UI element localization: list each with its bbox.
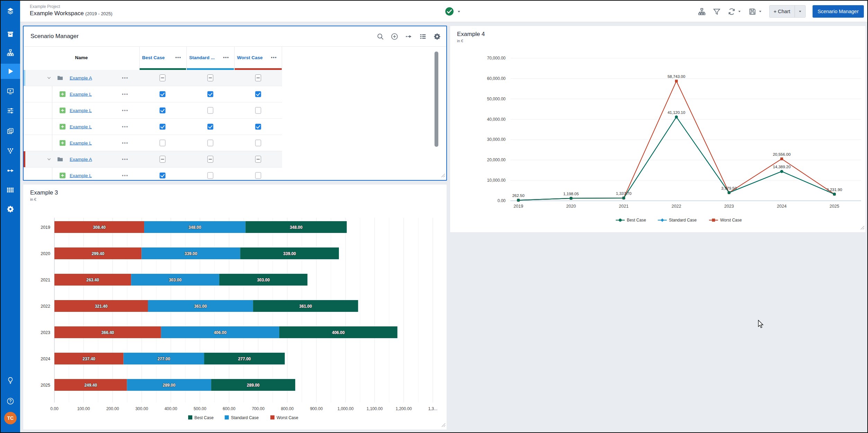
sidebar-item-gear[interactable] [1,201,20,217]
sidebar-item-lightbulb[interactable] [1,373,20,388]
legend-item[interactable]: Best Case [188,415,214,420]
scenario-checkbox-unchecked[interactable] [255,172,261,179]
table-body: Example A•••Example L•••Example L•••Exam… [24,70,446,180]
row-menu-button[interactable]: ••• [122,173,129,178]
sidebar-item-flow-arrow[interactable] [1,163,20,178]
scenario-checkbox-indeterminate[interactable] [255,74,261,81]
column-header-name[interactable]: Name [24,47,139,68]
scenario-checkbox-unchecked[interactable] [208,140,213,146]
svg-text:1,200.00: 1,200.00 [396,406,412,411]
gear-icon [433,33,441,40]
legend-item[interactable]: Worst Case [270,415,298,420]
sitemap-button[interactable] [698,8,706,16]
caret-down-icon[interactable] [795,9,805,13]
application-window: TC Example Project Example Workspace (20… [0,0,868,433]
row-name-link[interactable]: Example L [70,124,92,129]
scenario-checkbox-checked[interactable] [160,108,166,114]
sidebar-item-question[interactable] [1,394,20,409]
row-name-link[interactable]: Example L [70,141,92,146]
row-name-link[interactable]: Example L [70,173,92,178]
add-chart-label[interactable]: + Chart [770,9,795,14]
row-menu-button[interactable]: ••• [122,141,129,145]
row-menu-button[interactable]: ••• [122,75,129,80]
chevron-down-icon[interactable] [46,75,52,81]
sidebar-item-grid[interactable] [1,182,20,198]
scenario-checkbox-unchecked[interactable] [255,107,261,114]
sidebar-item-network[interactable] [1,143,20,159]
copy-icon [7,127,14,135]
svg-text:Worst Case: Worst Case [277,415,298,420]
caret-down-icon[interactable] [737,9,742,13]
vertical-scrollbar[interactable] [435,52,438,147]
scenario-checkbox-unchecked[interactable] [160,140,166,146]
user-avatar[interactable]: TC [4,412,17,424]
column-menu-button[interactable]: ••• [175,55,181,60]
legend-item[interactable]: Standard Case [658,218,696,223]
table-row-group: Example A••• [24,70,282,86]
sidebar-item-copy[interactable] [1,124,20,139]
legend-item[interactable]: Worst Case [709,218,742,223]
scenario-checkbox-checked[interactable] [255,91,261,97]
resize-grip-icon[interactable] [860,225,865,231]
scenario-checkbox-checked[interactable] [255,124,261,130]
caret-down-icon[interactable] [457,9,461,14]
column-header-scenario[interactable]: Worst Case [237,55,263,60]
svg-text:60,000.00: 60,000.00 [487,76,506,81]
scenario-checkbox-checked[interactable] [160,173,166,179]
legend-item[interactable]: Standard Case [225,415,258,420]
scenario-checkbox-checked[interactable] [208,91,213,97]
scenario-checkbox-checked[interactable] [160,91,166,97]
scenario-checkbox-unchecked[interactable] [208,107,213,114]
scenario-checkbox-indeterminate[interactable] [255,156,261,163]
svg-text:600.00: 600.00 [223,406,236,411]
resize-grip-icon[interactable] [441,173,445,179]
refresh-button[interactable] [728,8,742,16]
scenario-checkbox-unchecked[interactable] [255,140,261,146]
scenario-manager-button[interactable]: Scenario Manager [813,5,864,18]
arrow-right-button[interactable] [405,33,412,40]
row-name-link[interactable]: Example A [70,157,92,162]
sidebar-item-archive[interactable] [1,27,20,42]
column-menu-button[interactable]: ••• [271,55,277,60]
filter-button[interactable] [713,8,721,16]
scenario-checkbox-checked[interactable] [208,124,213,130]
scenario-checkbox-indeterminate[interactable] [208,156,213,163]
sidebar-item-sitemap[interactable] [1,45,20,60]
plus-square-icon[interactable] [60,140,65,146]
column-header-scenario[interactable]: Best Case [142,55,165,60]
chevron-down-icon[interactable] [46,157,52,162]
row-name-link[interactable]: Example A [70,75,92,81]
save-icon [748,8,756,16]
row-name-link[interactable]: Example L [70,108,92,113]
scenario-checkbox-indeterminate[interactable] [160,74,166,81]
plus-square-icon[interactable] [60,108,65,114]
plus-circle-button[interactable] [391,33,398,40]
row-menu-button[interactable]: ••• [122,124,129,129]
search-button[interactable] [377,33,384,40]
scenario-checkbox-checked[interactable] [160,124,166,130]
caret-down-icon[interactable] [758,9,762,13]
row-menu-button[interactable]: ••• [122,92,129,97]
scenario-checkbox-indeterminate[interactable] [160,156,166,163]
plus-square-icon[interactable] [60,124,65,130]
sidebar-item-sliders[interactable] [1,103,20,118]
add-chart-button[interactable]: + Chart [769,5,806,18]
save-button[interactable] [748,8,762,16]
sidebar-item-layers[interactable] [1,3,20,19]
list-details-button[interactable] [419,33,427,40]
row-name-link[interactable]: Example L [70,92,92,97]
plus-square-icon[interactable] [60,173,65,179]
scenario-checkbox-indeterminate[interactable] [208,74,213,81]
gear-button[interactable] [433,33,441,40]
column-menu-button[interactable]: ••• [223,55,229,60]
column-header-scenario[interactable]: Standard ... [189,55,215,60]
row-menu-button[interactable]: ••• [122,157,129,162]
workspace-status[interactable] [445,1,461,22]
scenario-checkbox-unchecked[interactable] [208,172,213,179]
resize-grip-icon[interactable] [441,422,446,429]
sidebar-item-monitor-play[interactable] [1,84,20,99]
row-menu-button[interactable]: ••• [122,108,129,113]
legend-item[interactable]: Best Case [616,218,646,223]
sidebar-item-play[interactable] [1,64,20,79]
plus-square-icon[interactable] [60,91,65,97]
